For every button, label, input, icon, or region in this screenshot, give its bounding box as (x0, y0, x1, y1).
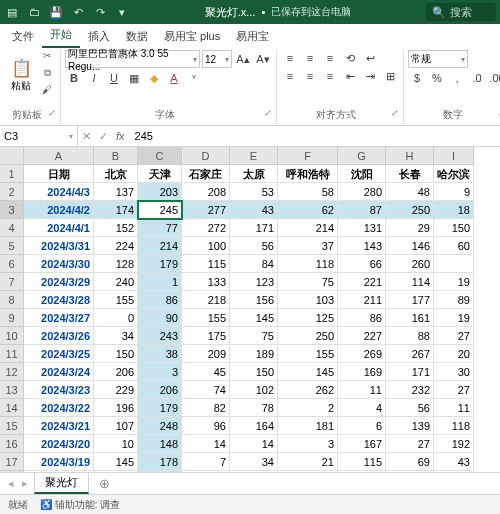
cell[interactable]: 21 (278, 453, 338, 471)
cell[interactable]: 14 (182, 435, 230, 453)
col-header-H[interactable]: H (386, 147, 434, 165)
cell[interactable]: 214 (278, 219, 338, 237)
cell[interactable]: 164 (230, 417, 278, 435)
cell[interactable]: 19 (434, 273, 474, 291)
cell[interactable]: 115 (182, 471, 230, 472)
cell[interactable]: 232 (386, 381, 434, 399)
search-box[interactable]: 🔍 搜索 (426, 3, 496, 21)
font-size-combo[interactable]: 12▾ (202, 50, 232, 68)
cell[interactable]: 133 (182, 273, 230, 291)
sheet-nav-right-icon[interactable]: ▸ (20, 477, 30, 490)
cell[interactable]: 2024/3/22 (24, 399, 94, 417)
cell[interactable]: 2024/3/24 (24, 363, 94, 381)
cell[interactable]: 148 (138, 435, 182, 453)
cell[interactable]: 2024/3/25 (24, 345, 94, 363)
cell[interactable]: 75 (230, 327, 278, 345)
fx-icon[interactable]: fx (116, 130, 125, 142)
decrease-decimal-icon[interactable]: .00 (488, 70, 500, 86)
cell[interactable]: 175 (182, 327, 230, 345)
col-header-B[interactable]: B (94, 147, 138, 165)
cell[interactable]: 145 (230, 309, 278, 327)
cell[interactable]: 3 (138, 363, 182, 381)
cell[interactable]: 150 (230, 363, 278, 381)
fill-color-icon[interactable]: ◆ (145, 70, 163, 86)
cell[interactable]: 167 (338, 435, 386, 453)
cell[interactable]: 11 (338, 381, 386, 399)
align-top-icon[interactable]: ≡ (281, 50, 299, 66)
cell[interactable]: 174 (94, 201, 138, 219)
cell[interactable]: 139 (386, 417, 434, 435)
dialog-launcher-icon[interactable]: ⤢ (48, 108, 56, 118)
col-header-G[interactable]: G (338, 147, 386, 165)
row-header-12[interactable]: 12 (0, 363, 24, 381)
cell[interactable]: 2024/3/26 (24, 327, 94, 345)
cell[interactable]: 30 (434, 363, 474, 381)
cell[interactable]: 78 (278, 471, 338, 472)
number-format-combo[interactable]: 常规▾ (408, 50, 468, 68)
cell[interactable]: 北京 (94, 165, 138, 183)
cell[interactable]: 152 (94, 219, 138, 237)
italic-icon[interactable]: I (85, 70, 103, 86)
cell[interactable]: 192 (434, 435, 474, 453)
cell[interactable]: 10 (94, 435, 138, 453)
cell[interactable]: 171 (386, 363, 434, 381)
cell[interactable]: 90 (138, 309, 182, 327)
align-center-icon[interactable]: ≡ (301, 68, 319, 84)
row-header-11[interactable]: 11 (0, 345, 24, 363)
increase-font-icon[interactable]: A▴ (234, 51, 252, 67)
font-color-icon[interactable]: A (165, 70, 183, 86)
cell[interactable]: 248 (138, 417, 182, 435)
cell[interactable]: 20 (434, 345, 474, 363)
cell[interactable]: 3 (278, 435, 338, 453)
formula-input[interactable]: 245 (129, 130, 500, 142)
cell[interactable]: 143 (338, 237, 386, 255)
tab-插入[interactable]: 插入 (80, 25, 118, 48)
cell[interactable]: 45 (182, 363, 230, 381)
cell[interactable]: 56 (230, 237, 278, 255)
cell[interactable]: 211 (338, 291, 386, 309)
cell[interactable]: 82 (182, 399, 230, 417)
cell[interactable]: 240 (94, 273, 138, 291)
cell[interactable]: 27 (386, 435, 434, 453)
row-header-10[interactable]: 10 (0, 327, 24, 345)
save-icon[interactable]: ▤ (4, 4, 20, 20)
cell[interactable]: 62 (278, 201, 338, 219)
cell[interactable]: 34 (94, 327, 138, 345)
cell[interactable]: 156 (230, 291, 278, 309)
cell[interactable]: 9 (434, 183, 474, 201)
cell[interactable]: 19 (434, 309, 474, 327)
row-header-7[interactable]: 7 (0, 273, 24, 291)
col-header-F[interactable]: F (278, 147, 338, 165)
align-right-icon[interactable]: ≡ (321, 68, 339, 84)
bold-icon[interactable]: B (65, 70, 83, 86)
cell[interactable]: 131 (338, 219, 386, 237)
name-box[interactable]: C3▾ (0, 126, 78, 146)
cell[interactable]: 58 (278, 183, 338, 201)
tab-开始[interactable]: 开始 (42, 23, 80, 48)
tab-易用宝 plus[interactable]: 易用宝 plus (156, 25, 228, 48)
cell[interactable]: 84 (230, 255, 278, 273)
orientation-icon[interactable]: ⟲ (341, 50, 359, 66)
cell[interactable]: 137 (94, 183, 138, 201)
cell[interactable]: 267 (386, 345, 434, 363)
cell[interactable]: 178 (138, 453, 182, 471)
cell[interactable]: 2024/3/20 (24, 435, 94, 453)
cell[interactable]: 2024/3/21 (24, 417, 94, 435)
col-header-D[interactable]: D (182, 147, 230, 165)
cell[interactable]: 118 (434, 417, 474, 435)
cell[interactable]: 277 (182, 201, 230, 219)
cell[interactable]: 229 (94, 381, 138, 399)
cell[interactable]: 243 (138, 327, 182, 345)
cell[interactable]: 203 (138, 183, 182, 201)
cell[interactable]: 88 (138, 471, 182, 472)
cell[interactable]: 103 (278, 291, 338, 309)
align-bottom-icon[interactable]: ≡ (321, 50, 339, 66)
cell[interactable]: 145 (278, 363, 338, 381)
cell[interactable]: 161 (386, 309, 434, 327)
cell[interactable]: 27 (434, 381, 474, 399)
cell[interactable]: 25 (434, 471, 474, 472)
cell[interactable]: 107 (94, 417, 138, 435)
cell[interactable]: 250 (386, 201, 434, 219)
cell[interactable]: 279 (386, 471, 434, 472)
cell[interactable]: 171 (230, 219, 278, 237)
